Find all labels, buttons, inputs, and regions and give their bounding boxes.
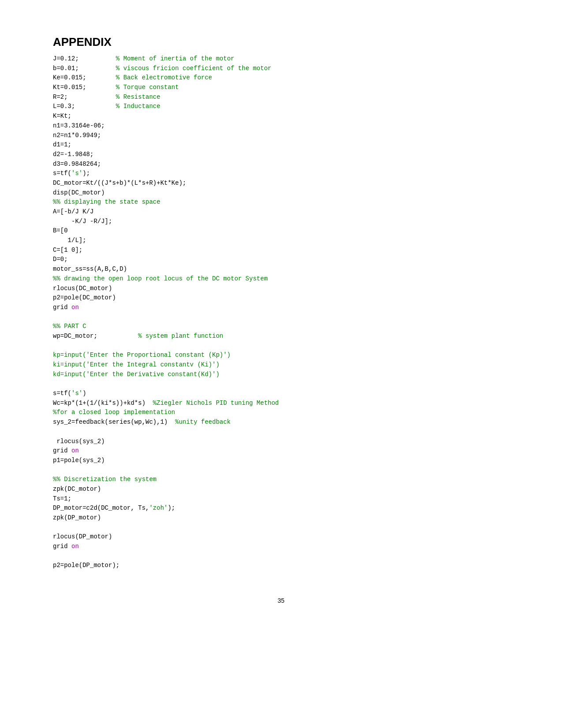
appendix-title: APPENDIX [53,35,509,49]
code-block: J=0.12; % Moment of inertia of the motor… [53,54,509,571]
page-number: 35 [53,597,509,604]
